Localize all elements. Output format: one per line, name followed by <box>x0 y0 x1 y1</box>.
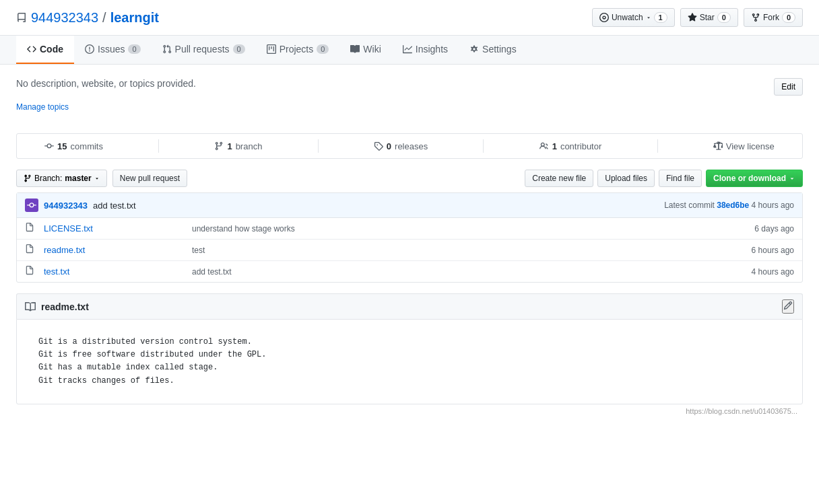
tab-settings-label: Settings <box>482 44 517 55</box>
file-table: 944932343 add test.txt Latest commit 38e… <box>16 192 803 283</box>
readme-section: readme.txt Git is a distributed version … <box>16 293 803 404</box>
fork-count: 0 <box>782 12 795 23</box>
manage-topics-link[interactable]: Manage topics <box>16 102 69 112</box>
commit-hash-label: Latest commit <box>664 201 715 210</box>
stat-divider-2 <box>318 139 319 153</box>
branch-name: master <box>65 174 91 183</box>
contributors-stat[interactable]: 1 contributor <box>539 141 602 151</box>
find-file-button[interactable]: Find file <box>659 170 702 187</box>
create-new-file-button[interactable]: Create new file <box>525 170 593 187</box>
repo-description: No description, website, or topics provi… <box>16 78 803 96</box>
readme-header: readme.txt <box>16 293 803 319</box>
tab-issues-label: Issues <box>98 44 125 55</box>
main-content: No description, website, or topics provi… <box>0 65 819 431</box>
tab-projects-label: Projects <box>280 44 314 55</box>
releases-stat[interactable]: 0 releases <box>374 141 428 151</box>
contributors-label: contributor <box>560 141 601 151</box>
table-row: LICENSE.txt understand how stage works 6… <box>17 218 802 240</box>
projects-count: 0 <box>317 44 329 54</box>
contributors-count: 1 <box>552 141 557 151</box>
file-name-link[interactable]: readme.txt <box>44 245 192 255</box>
branches-count: 1 <box>227 141 232 151</box>
commits-label: commits <box>71 141 103 151</box>
table-row: test.txt add test.txt 4 hours ago <box>17 261 802 282</box>
file-icon <box>25 244 38 256</box>
license-label: View license <box>726 141 775 151</box>
stat-divider-1 <box>158 139 159 153</box>
commit-message: add test.txt <box>93 201 136 211</box>
latest-commit-row: 944932343 add test.txt Latest commit 38e… <box>17 193 802 218</box>
repo-tabs: Code Issues 0 Pull requests 0 Projects 0… <box>0 36 819 65</box>
readme-content: Git is a distributed version control sys… <box>38 336 781 388</box>
repo-title: 944932343 / learngit <box>16 10 159 26</box>
readme-body: Git is a distributed version control sys… <box>16 319 803 404</box>
file-tools: Branch: master New pull request Create n… <box>16 170 803 187</box>
readme-header-left: readme.txt <box>25 301 89 312</box>
table-row: readme.txt test 6 hours ago <box>17 240 802 261</box>
upload-files-button[interactable]: Upload files <box>597 170 655 187</box>
commits-count: 15 <box>57 141 67 151</box>
tab-insights-label: Insights <box>416 44 448 55</box>
stat-divider-3 <box>483 139 484 153</box>
new-pull-request-button[interactable]: New pull request <box>112 170 187 187</box>
file-name-link[interactable]: LICENSE.txt <box>44 223 192 233</box>
tab-pr-label: Pull requests <box>175 44 230 55</box>
file-time: 6 hours ago <box>713 246 794 255</box>
tab-wiki-label: Wiki <box>363 44 381 55</box>
tab-settings[interactable]: Settings <box>459 36 527 64</box>
issues-count: 0 <box>128 44 140 54</box>
pr-count: 0 <box>233 44 245 54</box>
header-actions: Unwatch 1 Star 0 Fork 0 <box>592 8 803 27</box>
fork-label: Fork <box>763 13 779 22</box>
file-time: 4 hours ago <box>713 267 794 277</box>
star-button[interactable]: Star 0 <box>680 8 738 27</box>
tab-wiki[interactable]: Wiki <box>339 36 391 64</box>
branches-stat[interactable]: 1 branch <box>214 141 262 151</box>
tab-issues[interactable]: Issues 0 <box>74 36 152 64</box>
file-icon <box>25 266 38 277</box>
watermark: https://blog.csdn.net/u01403675... <box>16 404 803 418</box>
clone-or-download-button[interactable]: Clone or download <box>706 170 803 187</box>
commit-info-right: Latest commit 38ed6be 4 hours ago <box>664 201 794 210</box>
tab-code-label: Code <box>40 44 63 55</box>
repo-header: 944932343 / learngit Unwatch 1 Star 0 Fo… <box>0 0 819 36</box>
releases-label: releases <box>395 141 428 151</box>
stat-divider-4 <box>657 139 658 153</box>
branch-label: Branch: <box>34 174 62 183</box>
readme-title: readme.txt <box>41 301 89 312</box>
star-count: 0 <box>717 12 731 23</box>
commit-hash[interactable]: 38ed6be <box>717 201 749 210</box>
tab-code[interactable]: Code <box>16 36 74 64</box>
repo-owner-link[interactable]: 944932343 <box>31 10 98 26</box>
watch-label: Unwatch <box>612 13 643 22</box>
tab-pull-requests[interactable]: Pull requests 0 <box>152 36 256 64</box>
branches-label: branch <box>236 141 263 151</box>
tab-projects[interactable]: Projects 0 <box>256 36 340 64</box>
commit-info-left: 944932343 add test.txt <box>25 199 136 212</box>
file-commit-msg: test <box>192 246 713 255</box>
file-time: 6 days ago <box>713 224 794 233</box>
file-commit-msg: understand how stage works <box>192 224 713 233</box>
stats-bar: 15 commits 1 branch 0 releases 1 contrib… <box>16 133 803 159</box>
fork-button[interactable]: Fork 0 <box>744 8 803 27</box>
file-tools-left: Branch: master New pull request <box>16 170 187 187</box>
branch-selector[interactable]: Branch: master <box>16 170 107 187</box>
tab-insights[interactable]: Insights <box>392 36 459 64</box>
commit-time: 4 hours ago <box>752 201 794 210</box>
description-text: No description, website, or topics provi… <box>16 78 196 89</box>
book-icon <box>16 10 27 26</box>
readme-edit-button[interactable] <box>782 299 794 314</box>
edit-description-button[interactable]: Edit <box>774 78 803 96</box>
commit-author[interactable]: 944932343 <box>44 201 88 211</box>
watch-button[interactable]: Unwatch 1 <box>592 8 675 27</box>
repo-name-link[interactable]: learngit <box>110 10 159 26</box>
commits-stat[interactable]: 15 commits <box>44 141 103 151</box>
releases-count: 0 <box>387 141 391 151</box>
star-label: Star <box>700 13 715 22</box>
file-commit-msg: add test.txt <box>192 267 713 277</box>
file-name-link[interactable]: test.txt <box>44 266 192 277</box>
license-stat[interactable]: View license <box>713 141 775 151</box>
title-separator: / <box>102 10 106 26</box>
commit-avatar <box>25 199 38 212</box>
file-tools-right: Create new file Upload files Find file C… <box>525 170 803 187</box>
